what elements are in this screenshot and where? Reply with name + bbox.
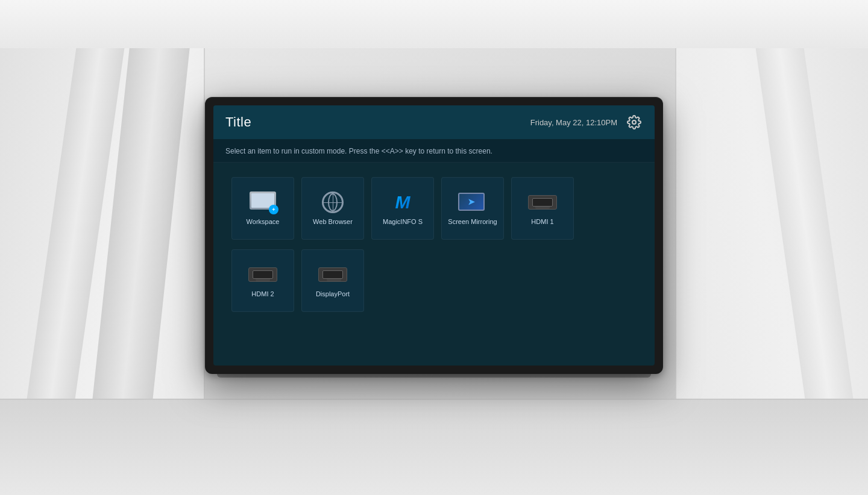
datetime-display: Friday, May 22, 12:10PM — [530, 118, 617, 127]
app-tile-displayport[interactable]: DisplayPort — [301, 249, 364, 312]
magicinfo-label: MagicINFO S — [383, 218, 423, 225]
hdmi-1-label: HDMI 1 — [531, 218, 553, 225]
workspace-icon: + — [248, 191, 277, 213]
displayport-label: DisplayPort — [316, 290, 350, 297]
hdmi-1-icon — [528, 191, 557, 213]
app-row-2: HDMI 2 DisplayPort — [231, 249, 637, 312]
app-tile-hdmi-1[interactable]: HDMI 1 — [511, 177, 574, 240]
magicinfo-icon: M — [388, 191, 417, 213]
web-browser-label: Web Browser — [313, 218, 353, 225]
screen-mirroring-label: Screen Mirroring — [448, 218, 497, 225]
app-tile-hdmi-2[interactable]: HDMI 2 — [231, 249, 294, 312]
tv-frame: Title Friday, May 22, 12:10PM Select an … — [205, 97, 663, 374]
screen-mirroring-icon: ➤ — [458, 191, 487, 213]
settings-icon[interactable] — [626, 114, 643, 131]
app-row-1: + Workspace Web Browser — [231, 177, 637, 240]
app-tile-web-browser[interactable]: Web Browser — [301, 177, 364, 240]
tv-screen: Title Friday, May 22, 12:10PM Select an … — [213, 105, 655, 366]
instruction-bar: Select an item to run in custom mode. Pr… — [213, 139, 655, 163]
hdmi-2-label: HDMI 2 — [251, 290, 274, 297]
tv-wrapper: Title Friday, May 22, 12:10PM Select an … — [205, 97, 663, 374]
app-tile-screen-mirroring[interactable]: ➤ Screen Mirroring — [441, 177, 504, 240]
screen-title: Title — [225, 114, 251, 130]
workspace-label: Workspace — [247, 218, 280, 225]
app-tile-workspace[interactable]: + Workspace — [231, 177, 294, 240]
app-tile-magicinfo[interactable]: M MagicINFO S — [371, 177, 434, 240]
hdmi-2-icon — [248, 264, 277, 285]
floor — [0, 399, 868, 495]
displayport-icon — [318, 264, 347, 285]
screen-header: Title Friday, May 22, 12:10PM — [213, 105, 655, 139]
instruction-text: Select an item to run in custom mode. Pr… — [225, 147, 492, 155]
apps-grid: + Workspace Web Browser — [213, 163, 655, 366]
web-browser-icon — [318, 191, 347, 213]
header-right: Friday, May 22, 12:10PM — [530, 114, 643, 131]
ceiling — [0, 0, 868, 48]
svg-point-0 — [632, 120, 636, 124]
